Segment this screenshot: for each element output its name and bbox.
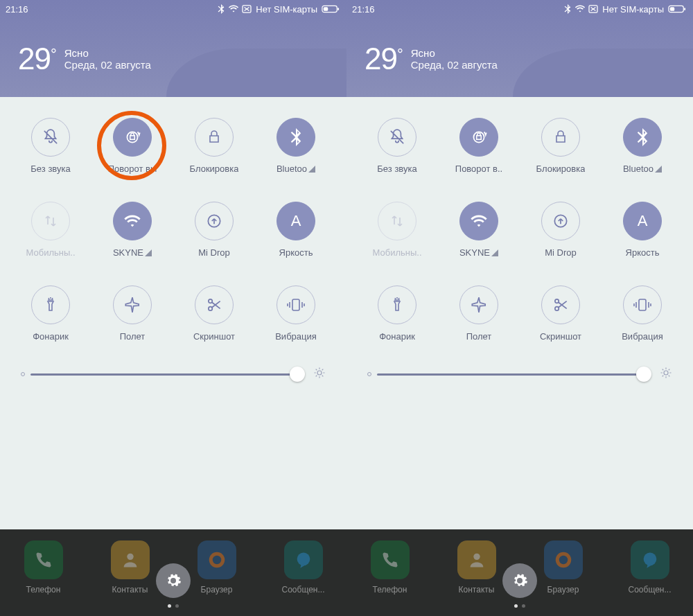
- svg-point-27: [664, 371, 668, 375]
- svg-point-9: [209, 307, 212, 310]
- globe-icon: [553, 549, 574, 570]
- app-phone[interactable]: Телефон: [12, 540, 75, 595]
- toggle-wifi[interactable]: SKYNE: [91, 202, 173, 258]
- gear-icon: [165, 572, 182, 589]
- svg-rect-10: [292, 299, 299, 310]
- weather-date: Среда, 02 августа: [411, 59, 498, 71]
- toggle-rotate[interactable]: Поворот в..: [438, 118, 520, 174]
- midrop-icon: [205, 212, 223, 230]
- settings-button[interactable]: [502, 563, 537, 598]
- airplane-icon: [470, 296, 488, 314]
- chat-icon: [640, 550, 660, 570]
- brightness-max-icon: [313, 367, 326, 382]
- signal-triangle-icon: [145, 249, 152, 256]
- weather-condition: Ясно: [64, 47, 151, 59]
- data-arrows-icon: [42, 213, 59, 229]
- bell-off-icon: [42, 128, 60, 146]
- brightness-min-icon: [21, 372, 25, 376]
- toggle-flashlight[interactable]: Фонарик: [356, 285, 438, 342]
- toggle-brightness-auto[interactable]: AЯркость: [602, 202, 683, 258]
- app-contacts[interactable]: Контакты: [446, 540, 508, 595]
- svg-point-11: [317, 371, 322, 375]
- phone-icon: [34, 550, 53, 570]
- signal-triangle-icon: [655, 166, 662, 173]
- weather-date: Среда, 02 августа: [64, 59, 151, 71]
- toggle-mute[interactable]: Без звука: [10, 118, 91, 174]
- bell-off-icon: [388, 128, 406, 146]
- status-bar: 21:16 Нет SIM-карты: [0, 0, 346, 18]
- app-messages[interactable]: Сообщен...: [619, 540, 681, 595]
- toggle-vibrate[interactable]: Вибрация: [602, 285, 683, 342]
- toggle-brightness-auto[interactable]: A Яркость: [255, 202, 337, 258]
- svg-rect-4: [337, 8, 339, 10]
- brightness-slider[interactable]: [30, 373, 304, 376]
- toggle-mobile-data[interactable]: Мобильны..: [10, 202, 91, 258]
- toggle-midrop[interactable]: Mi Drop: [520, 202, 602, 258]
- app-phone[interactable]: Телефон: [359, 540, 421, 595]
- toggle-rotate[interactable]: Поворот вы: [91, 118, 173, 174]
- toggle-bluetooth[interactable]: Bluetoo: [602, 118, 683, 174]
- brightness-min-icon: [367, 372, 371, 376]
- svg-rect-5: [324, 7, 328, 11]
- bluetooth-icon: [288, 128, 304, 146]
- rotate-lock-icon: [123, 128, 141, 146]
- toggle-wifi[interactable]: SKYNE: [438, 202, 520, 258]
- brightness-auto-icon: A: [277, 202, 315, 240]
- svg-point-28: [473, 554, 480, 560]
- brightness-thumb[interactable]: [290, 367, 305, 382]
- toggle-lock[interactable]: Блокировка: [173, 118, 255, 174]
- toggle-mute[interactable]: Без звука: [356, 118, 438, 174]
- svg-rect-26: [639, 299, 646, 310]
- toggle-bluetooth[interactable]: Bluetoo: [255, 118, 337, 174]
- clock: 21:16: [6, 4, 28, 15]
- bluetooth-icon: [635, 128, 650, 146]
- globe-icon: [207, 549, 227, 570]
- weather-condition: Ясно: [411, 47, 498, 59]
- scissors-icon: [552, 296, 570, 314]
- rotate-lock-icon: [470, 128, 488, 146]
- app-messages[interactable]: Сообщен...: [272, 540, 335, 595]
- app-browser[interactable]: Браузер: [532, 540, 595, 595]
- battery-icon: [322, 5, 340, 13]
- notification-header: 21:16 Нет SIM-карты 29° Ясно Среда, 02 а…: [346, 0, 693, 97]
- toggle-midrop[interactable]: Mi Drop: [173, 202, 255, 258]
- person-icon: [121, 550, 140, 570]
- app-browser[interactable]: Браузер: [186, 540, 248, 595]
- svg-point-25: [555, 307, 559, 310]
- settings-button[interactable]: [156, 563, 191, 598]
- toggle-mobile-data[interactable]: Мобильны..: [356, 202, 438, 258]
- brightness-slider-row: [0, 349, 346, 403]
- person-icon: [467, 550, 486, 570]
- gear-icon: [511, 572, 528, 589]
- toggle-lock[interactable]: Блокировка: [520, 118, 602, 174]
- weather-widget[interactable]: 29° Ясно Среда, 02 августа: [18, 42, 151, 76]
- brightness-thumb[interactable]: [636, 367, 651, 382]
- signal-triangle-icon: [491, 249, 498, 256]
- weather-widget[interactable]: 29° Ясно Среда, 02 августа: [365, 42, 498, 76]
- wifi-icon: [469, 213, 489, 229]
- svg-rect-21: [670, 7, 675, 11]
- toggle-airplane[interactable]: Полет: [438, 285, 520, 342]
- app-contacts[interactable]: Контакты: [99, 540, 161, 595]
- toggle-screenshot[interactable]: Скриншот: [173, 285, 255, 342]
- brightness-slider[interactable]: [377, 373, 650, 376]
- phone-screenshot-right: 21:16 Нет SIM-карты 29° Ясно Среда, 02 а…: [346, 0, 693, 616]
- toggle-flashlight[interactable]: Фонарик: [10, 285, 91, 342]
- page-indicator: [514, 604, 525, 608]
- flashlight-icon: [42, 296, 59, 314]
- toggle-vibrate[interactable]: Вибрация: [255, 285, 337, 342]
- notification-header: 21:16 Нет SIM-карты 29° Ясно Среда, 02 а…: [0, 0, 346, 97]
- no-sim-label: Нет SIM-карты: [602, 4, 664, 15]
- data-arrows-icon: [389, 213, 405, 229]
- svg-point-12: [127, 554, 133, 560]
- toggle-screenshot[interactable]: Скриншот: [520, 285, 602, 342]
- wifi-status-icon: [228, 5, 239, 13]
- signal-triangle-icon: [308, 166, 315, 173]
- phone-screenshot-left: 21:16 Нет SIM-карты 29° Ясно Среда, 02 а…: [0, 0, 346, 616]
- no-sim-icon: [242, 5, 252, 13]
- page-indicator: [168, 604, 179, 608]
- scissors-icon: [205, 296, 223, 314]
- chat-icon: [294, 550, 313, 570]
- svg-point-30: [559, 556, 568, 565]
- toggle-airplane[interactable]: Полет: [91, 285, 173, 342]
